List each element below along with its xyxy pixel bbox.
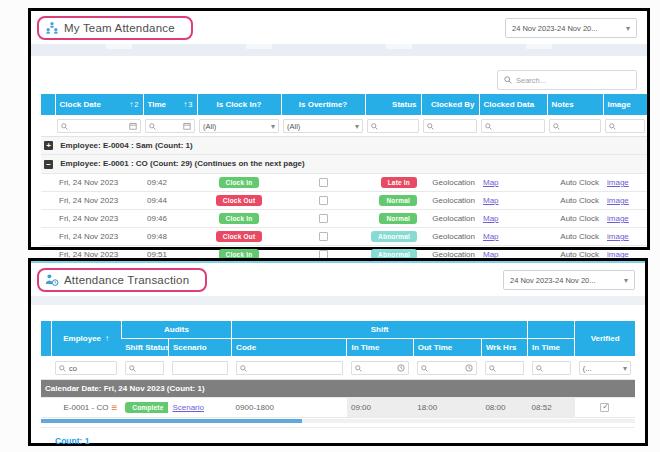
map-link[interactable]: Map bbox=[483, 178, 499, 187]
image-link[interactable]: image bbox=[607, 232, 629, 241]
filter-is-clock-in-select[interactable]: (All) bbox=[199, 119, 279, 133]
overtime-checkbox[interactable] bbox=[319, 214, 328, 223]
filter-is-overtime-select[interactable]: (All) bbox=[283, 119, 363, 133]
column-header-wrk-hrs[interactable]: Wrk Hrs bbox=[481, 339, 527, 357]
filter-status[interactable] bbox=[367, 119, 419, 133]
table-row[interactable]: Fri, 24 Nov 2023 09:46 Clock In Normal G… bbox=[41, 209, 647, 227]
search-icon bbox=[421, 365, 428, 372]
filter-notes[interactable] bbox=[549, 119, 601, 133]
sort-asc-icon[interactable] bbox=[105, 334, 109, 343]
image-link[interactable]: image bbox=[607, 214, 629, 223]
column-header-code[interactable]: Code bbox=[232, 339, 347, 357]
search-icon bbox=[504, 76, 512, 84]
column-header-is-overtime[interactable]: Is Overtime? bbox=[281, 94, 365, 116]
person-clock-icon bbox=[45, 273, 59, 287]
group-row-co: − Employee: E-0001 : CO (Count: 29) (Con… bbox=[41, 155, 647, 173]
status-badge: Normal bbox=[379, 213, 417, 224]
column-header-scenario[interactable]: Scenario bbox=[168, 339, 231, 357]
chevron-down-icon bbox=[271, 122, 275, 131]
column-header-in-time-2[interactable]: In Time bbox=[528, 339, 575, 357]
expand-column-header bbox=[41, 94, 55, 116]
table-row[interactable]: Fri, 24 Nov 2023 09:42 Clock In Late In … bbox=[41, 173, 647, 191]
in-time-cell: 09:00 bbox=[347, 398, 413, 418]
filter-clock-date[interactable] bbox=[57, 119, 141, 133]
time-cell: 09:46 bbox=[143, 209, 197, 227]
group-label: Employee: E-0004 : Sam (Count: 1) bbox=[60, 141, 192, 150]
image-link[interactable]: image bbox=[607, 178, 629, 187]
scenario-link[interactable]: Scenario bbox=[172, 403, 204, 412]
column-header-out-time[interactable]: Out Time bbox=[413, 339, 481, 357]
verified-checkbox[interactable] bbox=[600, 403, 609, 412]
table-row[interactable]: Fri, 24 Nov 2023 09:44 Clock Out Normal … bbox=[41, 191, 647, 209]
search-icon bbox=[240, 365, 247, 372]
date-range-select[interactable]: 24 Nov 2023-24 Nov 20... bbox=[505, 18, 637, 38]
filter-row: (All) (All) bbox=[41, 116, 647, 137]
search-icon bbox=[485, 123, 492, 130]
search-icon bbox=[609, 123, 616, 130]
date-range-value: 24 Nov 2023-24 Nov 20... bbox=[512, 24, 597, 33]
column-group-audits: Audits bbox=[121, 321, 231, 339]
scrollbar-thumb[interactable] bbox=[41, 419, 302, 423]
filter-wrk-hrs[interactable] bbox=[485, 361, 523, 375]
column-header-in-time[interactable]: In Time bbox=[347, 339, 413, 357]
table-row[interactable]: Fri, 24 Nov 2023 09:48 Clock Out Abnorma… bbox=[41, 227, 647, 245]
calendar-date-group-row: Calendar Date: Fri, 24 Nov 2023 (Count: … bbox=[41, 380, 635, 398]
column-header-notes[interactable]: Notes bbox=[547, 94, 603, 116]
table-row[interactable]: E-0001 - CO≡ Complete Scenario 0900-1800… bbox=[41, 398, 635, 418]
filter-image[interactable] bbox=[605, 119, 645, 133]
filter-scenario[interactable] bbox=[172, 361, 227, 375]
filter-clocked-by[interactable] bbox=[423, 119, 477, 133]
search-input[interactable] bbox=[497, 70, 637, 90]
filter-out-time[interactable] bbox=[417, 361, 477, 375]
team-attendance-table: Clock Date 2 Time 3 Is Clock In? Is Over… bbox=[41, 94, 647, 282]
filter-in-time[interactable] bbox=[351, 361, 409, 375]
clocked-by-cell: Geolocation bbox=[421, 227, 479, 245]
expand-button[interactable]: + bbox=[44, 141, 53, 150]
page-title: My Team Attendance bbox=[64, 22, 175, 34]
collapse-button[interactable]: − bbox=[44, 160, 53, 169]
map-link[interactable]: Map bbox=[483, 196, 499, 205]
column-header-time[interactable]: Time 3 bbox=[143, 94, 197, 116]
page: My Team Attendance 24 Nov 2023-24 Nov 20… bbox=[0, 0, 660, 452]
filter-shift-status[interactable] bbox=[125, 361, 164, 375]
filter-employee[interactable]: co bbox=[55, 361, 117, 375]
clock-icon[interactable] bbox=[397, 364, 405, 372]
filter-verified-select[interactable]: (... bbox=[579, 361, 631, 375]
chevron-down-icon bbox=[626, 24, 630, 33]
map-link[interactable]: Map bbox=[483, 232, 499, 241]
sort-asc-icon[interactable]: 2 bbox=[129, 100, 138, 109]
filter-code[interactable] bbox=[236, 361, 343, 375]
overtime-checkbox[interactable] bbox=[319, 178, 328, 187]
overtime-checkbox[interactable] bbox=[319, 232, 328, 241]
column-header-is-clock-in[interactable]: Is Clock In? bbox=[197, 94, 281, 116]
attendance-transaction-table: Employee Audits Shift Verified Shift Sta… bbox=[41, 321, 635, 418]
filter-clocked-data[interactable] bbox=[481, 119, 545, 133]
horizontal-scrollbar[interactable] bbox=[41, 419, 635, 423]
drag-handle-icon[interactable]: ≡ bbox=[111, 402, 117, 413]
notes-cell: Auto Clock bbox=[547, 191, 603, 209]
filter-time[interactable] bbox=[145, 119, 195, 133]
calendar-icon[interactable] bbox=[129, 122, 137, 130]
column-header-clocked-data[interactable]: Clocked Data bbox=[479, 94, 547, 116]
calendar-icon[interactable] bbox=[183, 122, 191, 130]
date-range-select[interactable]: 24 Nov 2023-24 Nov 20... bbox=[503, 270, 635, 290]
shift-status-badge: Complete bbox=[125, 402, 168, 413]
panel1-header-bar: My Team Attendance 24 Nov 2023-24 Nov 20… bbox=[31, 11, 647, 44]
filter-in-time-2[interactable] bbox=[532, 361, 571, 375]
sort-asc-icon[interactable]: 3 bbox=[183, 100, 192, 109]
group-label: Employee: E-0001 : CO (Count: 29) (Conti… bbox=[60, 160, 304, 169]
column-header-image[interactable]: Image bbox=[603, 94, 647, 116]
map-link[interactable]: Map bbox=[483, 214, 499, 223]
clock-icon[interactable] bbox=[465, 364, 473, 372]
column-header-clock-date[interactable]: Clock Date 2 bbox=[55, 94, 143, 116]
overtime-checkbox[interactable] bbox=[319, 196, 328, 205]
column-header-verified[interactable]: Verified bbox=[575, 321, 635, 357]
search-text-field[interactable] bbox=[516, 76, 630, 85]
column-header-clocked-by[interactable]: Clocked By bbox=[421, 94, 479, 116]
panel2-header-bar: Attendance Transaction 24 Nov 2023-24 No… bbox=[31, 263, 645, 296]
image-link[interactable]: image bbox=[607, 196, 629, 205]
column-header-status[interactable]: Status bbox=[365, 94, 421, 116]
column-header-shift-status[interactable]: Shift Status bbox=[121, 339, 168, 357]
search-icon bbox=[129, 365, 136, 372]
column-header-employee[interactable]: Employee bbox=[51, 321, 121, 357]
